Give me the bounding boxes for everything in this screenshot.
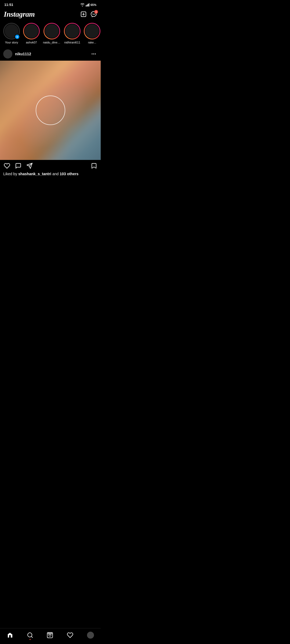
post-more-button[interactable] bbox=[90, 50, 97, 58]
ashvk07-label: ashvk07 bbox=[26, 41, 37, 44]
rake-label: rake... bbox=[88, 41, 96, 44]
ashvk07-avatar-wrap bbox=[23, 23, 40, 39]
instagram-logo: Instagram bbox=[4, 10, 35, 19]
story-item-your-story[interactable]: + Your story bbox=[3, 23, 20, 44]
post-actions bbox=[0, 160, 101, 171]
comment-button[interactable] bbox=[15, 162, 22, 170]
svg-point-9 bbox=[95, 53, 96, 54]
svg-rect-0 bbox=[86, 5, 86, 6]
svg-rect-1 bbox=[87, 5, 88, 6]
naidu-dinesh2-ring bbox=[44, 23, 60, 39]
ashvk07-ring bbox=[23, 23, 40, 39]
status-icons: 65% bbox=[80, 3, 96, 6]
naidu-dinesh2-label: naidu_dinesh2 bbox=[43, 41, 61, 44]
header-actions: 1 bbox=[80, 11, 97, 17]
nidhirani611-avatar bbox=[65, 24, 80, 39]
status-time: 11:51 bbox=[4, 3, 13, 7]
heart-icon bbox=[4, 163, 10, 169]
message-badge: 1 bbox=[94, 10, 98, 14]
post-circle-overlay bbox=[36, 96, 65, 125]
bookmark-button[interactable] bbox=[90, 162, 97, 170]
add-story-button[interactable]: + bbox=[15, 34, 20, 39]
like-button[interactable] bbox=[3, 162, 11, 170]
svg-rect-2 bbox=[88, 4, 89, 6]
rake-avatar-wrap bbox=[84, 23, 100, 39]
messages-button[interactable]: 1 bbox=[90, 11, 97, 17]
rake-ring bbox=[84, 23, 100, 39]
story-item-naidu-dinesh2[interactable]: naidu_dinesh2 bbox=[43, 23, 61, 44]
status-bar: 11:51 65% bbox=[0, 0, 101, 8]
create-button[interactable] bbox=[80, 11, 87, 17]
bookmark-icon bbox=[91, 163, 97, 169]
post-avatar[interactable] bbox=[3, 49, 12, 58]
wifi-icon bbox=[80, 3, 85, 6]
nidhirani611-avatar-wrap bbox=[64, 23, 81, 39]
header: Instagram 1 bbox=[0, 8, 101, 21]
story-item-nidhirani611[interactable]: nidhirani611 bbox=[64, 23, 81, 44]
rake-avatar bbox=[85, 24, 100, 39]
stories-row: + Your story ashvk07 naidu_dinesh2 nidhi… bbox=[0, 21, 101, 47]
svg-rect-3 bbox=[89, 3, 89, 6]
naidu-dinesh2-avatar-wrap bbox=[44, 23, 60, 39]
share-button[interactable] bbox=[26, 162, 33, 170]
nidhirani611-label: nidhirani611 bbox=[64, 41, 80, 44]
story-item-rake[interactable]: rake... bbox=[84, 23, 100, 44]
your-story-label: Your story bbox=[5, 41, 18, 44]
likes-and: and bbox=[51, 172, 60, 176]
post: niku1112 bbox=[0, 47, 101, 178]
more-icon bbox=[91, 51, 96, 57]
comment-icon bbox=[15, 163, 21, 169]
signal-icon bbox=[86, 3, 89, 6]
story-item-ashvk07[interactable]: ashvk07 bbox=[23, 23, 40, 44]
likes-count[interactable]: 103 others bbox=[60, 172, 78, 176]
plus-square-icon bbox=[80, 11, 87, 17]
post-image[interactable] bbox=[0, 61, 101, 160]
liked-by-user1[interactable]: shashank_s_tantri bbox=[18, 172, 51, 176]
likes-prefix: Liked by bbox=[3, 172, 18, 176]
battery-icon: 65% bbox=[90, 3, 96, 6]
nidhirani611-ring bbox=[64, 23, 81, 39]
svg-point-8 bbox=[93, 53, 94, 54]
ashvk07-avatar bbox=[24, 24, 39, 39]
svg-point-7 bbox=[92, 53, 93, 54]
post-likes[interactable]: Liked by shashank_s_tantri and 103 other… bbox=[0, 171, 101, 178]
post-username[interactable]: niku1112 bbox=[15, 52, 87, 56]
share-icon bbox=[26, 163, 33, 169]
your-story-avatar-wrap: + bbox=[3, 23, 20, 39]
naidu-dinesh2-avatar bbox=[44, 24, 59, 39]
post-header: niku1112 bbox=[0, 47, 101, 61]
